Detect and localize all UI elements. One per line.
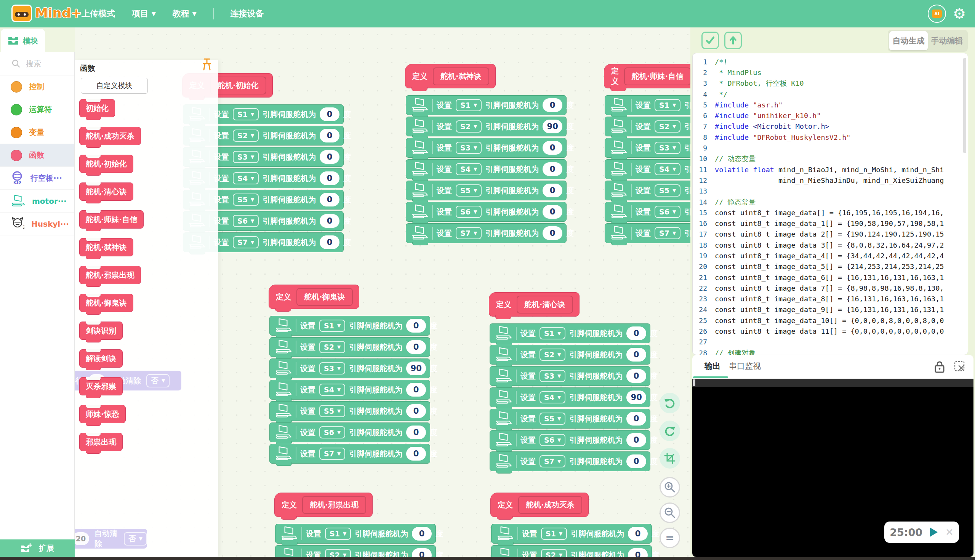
degree-input[interactable]: 0: [628, 548, 648, 557]
palette-block-舵机·弑神诀[interactable]: 舵机·弑神诀: [79, 238, 133, 257]
servo-set-block[interactable]: 设置S2▼引脚伺服舵机为0度: [491, 545, 652, 557]
sidebar-item-Huskyl[interactable]: 2Huskyl···: [0, 213, 74, 235]
degree-input[interactable]: 0: [320, 193, 340, 207]
degree-input[interactable]: 0: [543, 141, 562, 155]
degree-input[interactable]: 0: [543, 205, 562, 219]
servo-set-block[interactable]: 设置S1▼引脚伺服舵机为0度: [275, 524, 436, 543]
servo-set-block[interactable]: 设置S2▼引脚伺服舵机为90度: [406, 117, 567, 137]
pin-dropdown[interactable]: S1▼: [655, 99, 680, 111]
define-hat-block[interactable]: 定义舵机·弑神诀: [405, 64, 496, 88]
degree-input[interactable]: 90: [406, 362, 426, 375]
pin-dropdown[interactable]: S1▼: [233, 108, 259, 120]
timer-play-button[interactable]: [930, 528, 938, 537]
pin-dropdown[interactable]: S5▼: [319, 405, 345, 417]
tab-modules[interactable]: 模块: [1, 29, 45, 53]
pin-dropdown[interactable]: S2▼: [325, 549, 351, 557]
upload-code-button[interactable]: [724, 32, 742, 49]
create-custom-block-button[interactable]: 自定义模块: [81, 78, 148, 94]
output-tab-串口监视[interactable]: 串口监视: [729, 355, 761, 377]
servo-set-block[interactable]: 设置S2▼引脚伺服舵机为: [605, 117, 690, 137]
menu-上传模式[interactable]: 上传模式: [82, 8, 115, 20]
degree-input[interactable]: 0: [628, 527, 648, 540]
degree-input[interactable]: 0: [627, 369, 646, 383]
pin-dropdown[interactable]: S1▼: [456, 99, 482, 111]
degree-input[interactable]: 0: [320, 129, 340, 142]
pin-dropdown[interactable]: S5▼: [655, 184, 680, 197]
degree-input[interactable]: 0: [543, 226, 562, 240]
zoom-out-button[interactable]: [660, 502, 680, 523]
clear-output-icon[interactable]: [954, 360, 967, 373]
palette-block-解读剑诀[interactable]: 解读剑诀: [79, 349, 123, 368]
servo-set-block[interactable]: 设置S7▼引脚伺服舵机为: [605, 223, 690, 243]
pin-dropdown[interactable]: S3▼: [319, 362, 345, 375]
palette-block-舵机·邪祟出现[interactable]: 舵机·邪祟出现: [79, 266, 141, 284]
degree-input[interactable]: 0: [627, 348, 646, 362]
servo-set-block[interactable]: 设置S3▼引脚伺服舵机为90度: [269, 358, 430, 378]
servo-set-block[interactable]: 设置S6▼引脚伺服舵机为0度: [406, 202, 567, 222]
degree-input[interactable]: 0: [406, 447, 426, 460]
menu-教程[interactable]: 教程▼: [173, 8, 197, 20]
define-hat-block[interactable]: 定义舵机·御鬼诀: [268, 285, 359, 309]
pin-dropdown[interactable]: S4▼: [319, 383, 345, 396]
pin-dropdown[interactable]: S1▼: [541, 528, 567, 540]
define-hat-block[interactable]: 定义舵机·师妹·自信: [604, 64, 690, 88]
define-hat-block[interactable]: 定义舵机·成功灭杀: [490, 493, 589, 517]
pin-dropdown[interactable]: S1▼: [325, 528, 351, 540]
pin-dropdown[interactable]: S7▼: [655, 227, 680, 239]
ai-assistant-icon[interactable]: AI: [928, 5, 946, 23]
verify-code-button[interactable]: [702, 32, 719, 49]
degree-input[interactable]: 0: [406, 383, 426, 397]
settings-gear-icon[interactable]: ⚙: [953, 7, 966, 21]
pin-dropdown[interactable]: S4▼: [456, 163, 482, 175]
output-terminal[interactable]: 25:00 ✕: [692, 379, 973, 557]
servo-set-block[interactable]: 设置S6▼引脚伺服舵机为0度: [490, 430, 650, 450]
servo-set-block[interactable]: 设置S4▼引脚伺服舵机为90度: [490, 387, 650, 407]
servo-set-block[interactable]: 设置S5▼引脚伺服舵机为: [605, 180, 690, 200]
pin-dropdown[interactable]: S1▼: [319, 320, 345, 332]
palette-block-灭杀邪祟[interactable]: 灭杀邪祟: [79, 377, 123, 395]
sidebar-item-行空板[interactable]: K10行空板···: [0, 167, 74, 190]
sidebar-item-变量[interactable]: 变量: [0, 121, 74, 144]
degree-input[interactable]: 0: [543, 98, 562, 112]
pin-dropdown[interactable]: S5▼: [233, 193, 259, 206]
output-tab-输出[interactable]: 输出: [705, 355, 720, 377]
sidebar-item-控制[interactable]: 控制: [0, 75, 74, 98]
servo-set-block[interactable]: 设置S7▼引脚伺服舵机为0度: [490, 452, 650, 471]
servo-set-block[interactable]: 设置S7▼引脚伺服舵机为0度: [269, 444, 430, 463]
pin-dropdown[interactable]: S6▼: [655, 206, 680, 218]
servo-set-block[interactable]: 设置S4▼引脚伺服舵机为0度: [269, 380, 430, 400]
auto-generate-tab[interactable]: 自动生成: [889, 31, 928, 50]
timer-close-button[interactable]: ✕: [945, 527, 954, 538]
zoom-reset-button[interactable]: =: [660, 528, 680, 548]
degree-input[interactable]: 0: [627, 327, 646, 340]
degree-input[interactable]: 0: [543, 183, 562, 197]
servo-set-block[interactable]: 设置S4▼引脚伺服舵机为0度: [406, 159, 567, 179]
undo-button[interactable]: [660, 393, 680, 413]
servo-set-block[interactable]: 设置S2▼引脚伺服舵机为0度: [490, 345, 650, 365]
pin-dropdown[interactable]: S3▼: [456, 142, 482, 154]
center-blocks-button[interactable]: [660, 448, 680, 468]
degree-input[interactable]: 0: [627, 433, 646, 447]
degree-input[interactable]: 0: [406, 340, 426, 354]
palette-block-舵机·师妹·自信[interactable]: 舵机·师妹·自信: [79, 210, 143, 228]
pin-dropdown[interactable]: S7▼: [456, 227, 482, 239]
pin-dropdown[interactable]: S7▼: [233, 236, 259, 248]
palette-block-初始化[interactable]: 初始化: [79, 99, 115, 117]
degree-input[interactable]: 90: [627, 390, 646, 404]
degree-input[interactable]: 0: [406, 404, 426, 418]
servo-set-block[interactable]: 设置S5▼引脚伺服舵机为0度: [406, 180, 567, 200]
servo-set-block[interactable]: 设置S5▼引脚伺服舵机为0度: [269, 401, 430, 421]
pin-dropdown[interactable]: S4▼: [655, 163, 680, 175]
pin-dropdown[interactable]: S6▼: [540, 434, 565, 446]
servo-set-block[interactable]: 设置S3▼引脚伺服舵机为: [605, 138, 690, 158]
pin-dropdown[interactable]: S2▼: [541, 549, 567, 557]
degree-input[interactable]: 90: [543, 120, 562, 133]
pin-dropdown[interactable]: S3▼: [655, 142, 680, 154]
palette-block-邪祟出现[interactable]: 邪祟出现: [79, 433, 123, 451]
degree-input[interactable]: 0: [412, 527, 432, 540]
code-editor[interactable]: 1/*!2 * MindPlus3 * DFRobot, 行空板 K104 */…: [692, 53, 968, 355]
pin-dropdown[interactable]: S2▼: [233, 130, 259, 142]
search-input[interactable]: 搜索: [0, 52, 74, 75]
pin-dropdown[interactable]: S3▼: [540, 370, 565, 382]
degree-input[interactable]: 0: [320, 214, 340, 228]
